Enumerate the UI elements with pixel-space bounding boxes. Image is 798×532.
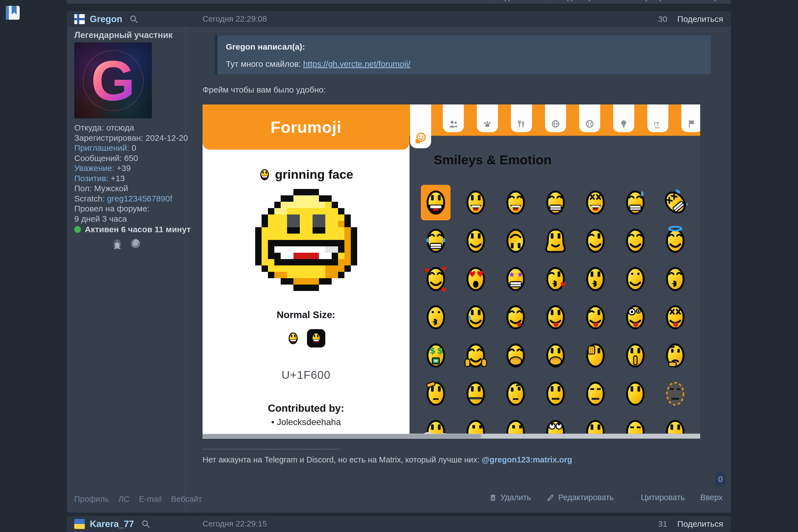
forumoji-iframe: Forumoji !?xyz grinning face Normal Size… bbox=[203, 104, 700, 439]
emoji-smiling-face[interactable] bbox=[621, 261, 650, 297]
linux-icon bbox=[111, 238, 123, 250]
emoji-face-with-peeking-eye[interactable] bbox=[581, 338, 610, 373]
post-footer-left-links: ПрофильЛСE-mailВебсайт bbox=[74, 495, 202, 504]
contributor: • Jolecksdeehaha bbox=[203, 417, 410, 427]
emoji-kissing-face[interactable] bbox=[581, 261, 610, 297]
quote-action[interactable]: Цитировать bbox=[629, 0, 685, 2]
emoji-smiling-face-with-open-hands[interactable] bbox=[461, 338, 491, 373]
karma-badge[interactable]: 0 bbox=[715, 472, 726, 486]
emoji-kissing-face-with-smiling-eyes[interactable] bbox=[421, 300, 451, 335]
emoji-face-with-tongue[interactable] bbox=[540, 300, 570, 335]
tab-food[interactable] bbox=[511, 104, 532, 132]
trash-action[interactable]: Удалить bbox=[489, 0, 531, 2]
search-icon[interactable] bbox=[129, 15, 138, 23]
footer-link-вебсайт[interactable]: Вебсайт bbox=[171, 495, 202, 504]
online-dot-icon bbox=[74, 226, 81, 233]
matrix-link[interactable]: @gregon123:matrix.org bbox=[481, 455, 572, 464]
svg-text:♥: ♥ bbox=[441, 265, 446, 272]
emoji-grinning-face-with-smiling-eyes[interactable] bbox=[501, 185, 530, 220]
emoji-grinning-face[interactable] bbox=[421, 185, 451, 220]
user-info-line: Позитив: +13 bbox=[74, 173, 188, 184]
food-category-icon bbox=[516, 119, 527, 129]
emoji-smiling-face-with-halo[interactable] bbox=[660, 223, 690, 259]
post-number[interactable]: 30 bbox=[658, 14, 667, 24]
tab-smileys[interactable] bbox=[410, 104, 431, 148]
emoji-sample-dark bbox=[307, 329, 325, 347]
emoji-detail-panel: grinning face Normal Size: U+1F600 Contr… bbox=[203, 150, 410, 434]
emoji-face-with-open-eyes-and-hand-over-mouth[interactable] bbox=[540, 338, 570, 373]
tab-people[interactable] bbox=[443, 104, 464, 132]
emoji-rolling-on-the-floor-laughing[interactable] bbox=[660, 185, 690, 220]
emoji-face-blowing-a-kiss[interactable]: ♥ bbox=[540, 261, 570, 297]
emoji-face-without-mouth[interactable] bbox=[621, 376, 650, 412]
footer-action-top[interactable]: Вверх bbox=[700, 493, 723, 502]
svg-text:♥: ♥ bbox=[424, 267, 430, 274]
emoji-melting-face[interactable] bbox=[540, 223, 570, 259]
contributors-list: • Jolecksdeehaha bbox=[203, 417, 410, 427]
emoji-zany-face[interactable] bbox=[621, 300, 650, 335]
emoji-winking-face-with-tongue[interactable] bbox=[581, 300, 610, 335]
emoji-saluting-face[interactable] bbox=[421, 376, 451, 412]
signature: Нет аккаунта на Telegram и Discord, но е… bbox=[203, 455, 572, 464]
ukraine-flag-icon bbox=[74, 519, 85, 529]
emoji-grinning-face-with-sweat[interactable] bbox=[621, 185, 650, 220]
post-number[interactable]: 31 bbox=[658, 519, 667, 529]
share-button[interactable]: Поделиться bbox=[677, 519, 723, 529]
emoji-smiling-face-with-smiling-eyes[interactable] bbox=[621, 223, 650, 259]
tab-travel[interactable] bbox=[545, 104, 566, 132]
emoji-face-savoring-food[interactable] bbox=[501, 300, 530, 335]
quote-header: Gregon написал(а): bbox=[226, 42, 703, 52]
emoji-face-with-raised-eyebrow[interactable] bbox=[501, 376, 530, 412]
horizontal-scrollbar[interactable] bbox=[203, 434, 700, 439]
post-timestamp[interactable]: Сегодня 22:29:08 bbox=[203, 14, 267, 23]
emoji-kissing-face-with-closed-eyes[interactable] bbox=[660, 261, 690, 297]
emoji-smiling-face-with-heart-eyes[interactable]: ♥♥ bbox=[461, 261, 491, 297]
forumoji-title: Forumoji bbox=[270, 118, 341, 136]
footer-link-e-mail[interactable]: E-mail bbox=[139, 495, 162, 504]
user-info-line: Зарегистрирован: 2024-12-20 bbox=[74, 133, 188, 143]
emoji-face-with-hand-over-mouth[interactable] bbox=[501, 338, 530, 373]
footer-action-quote[interactable]: Цитировать bbox=[629, 493, 685, 502]
emoji-upside-down-face[interactable] bbox=[501, 223, 530, 259]
emoji-dotted-line-face[interactable] bbox=[660, 376, 690, 412]
tab-symbols[interactable]: !?xyz bbox=[647, 104, 668, 132]
footer-link-профиль[interactable]: Профиль bbox=[74, 495, 109, 504]
post-author-link[interactable]: Karera_77 bbox=[90, 519, 134, 529]
footer-action-trash[interactable]: Удалить bbox=[489, 493, 531, 502]
emoji-face-with-tears-of-joy[interactable] bbox=[421, 223, 451, 259]
emoji-star-struck[interactable]: ★★ bbox=[501, 261, 530, 297]
share-button[interactable]: Поделиться bbox=[677, 14, 723, 24]
avatar-letter: G bbox=[91, 52, 135, 109]
footer-action-pencil[interactable]: Редактировать bbox=[546, 493, 613, 502]
emoji-neutral-face[interactable] bbox=[540, 376, 570, 412]
bookmark-icon[interactable] bbox=[5, 5, 20, 20]
emoji-squinting-face-with-tongue[interactable] bbox=[660, 300, 690, 335]
emoji-thinking-face[interactable] bbox=[660, 338, 690, 373]
tab-nature[interactable] bbox=[477, 104, 498, 132]
emoji-slightly-smiling-face[interactable] bbox=[461, 223, 491, 259]
tab-objects[interactable] bbox=[613, 104, 634, 132]
emoji-expressionless-face[interactable] bbox=[581, 376, 610, 412]
emoji-smiling-face-with-hearts[interactable]: ♥♥♥ bbox=[421, 261, 451, 297]
post-timestamp[interactable]: Сегодня 22:29:15 bbox=[203, 519, 267, 528]
top-action[interactable]: Вверх bbox=[700, 0, 723, 2]
emoji-sample-light bbox=[287, 331, 299, 346]
footer-link-лс[interactable]: ЛС bbox=[118, 495, 129, 504]
emoji-shushing-face[interactable] bbox=[621, 338, 650, 373]
grinning-face-icon bbox=[259, 168, 270, 182]
pencil-action[interactable]: Редактировать bbox=[546, 0, 613, 2]
emoji-money-mouth-face[interactable]: $$ bbox=[421, 338, 451, 373]
tab-activities[interactable] bbox=[579, 104, 600, 132]
emoji-winking-face[interactable] bbox=[581, 223, 610, 259]
search-icon[interactable] bbox=[141, 519, 150, 528]
emoji-smiling-face-with-tear[interactable] bbox=[461, 300, 491, 335]
emoji-beaming-face-with-smiling-eyes[interactable] bbox=[540, 185, 570, 220]
tab-flags[interactable] bbox=[681, 104, 700, 132]
quote-link[interactable]: https://gh.vercte.net/forumoji/ bbox=[303, 59, 410, 69]
emoji-zipper-mouth-face[interactable] bbox=[461, 376, 491, 412]
emoji-grinning-squinting-face[interactable] bbox=[581, 185, 610, 220]
emoji-grinning-face-with-big-eyes[interactable] bbox=[461, 185, 491, 220]
user-info-line: Сообщений: 650 bbox=[74, 153, 188, 164]
scrollbar-thumb[interactable] bbox=[203, 434, 481, 438]
post-author-link[interactable]: Gregon bbox=[90, 14, 122, 24]
